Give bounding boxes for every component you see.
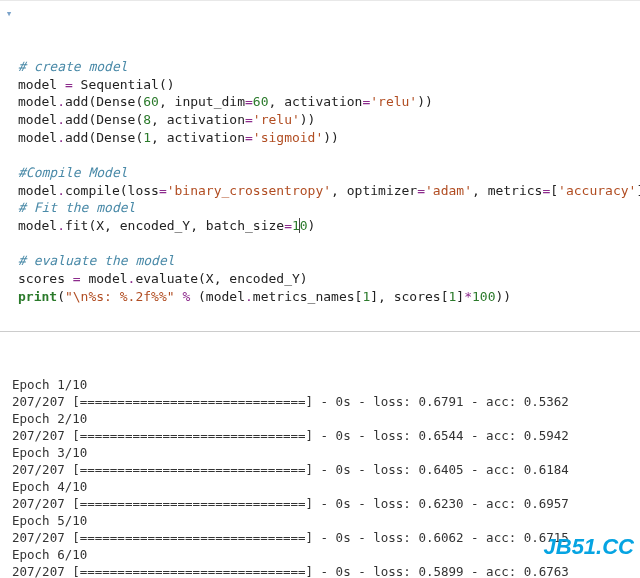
output-line: Epoch 1/10 (12, 376, 634, 393)
output-line: 207/207 [==============================]… (12, 393, 634, 410)
code-cell[interactable]: ▾ # create modelmodel = Sequential()mode… (0, 0, 640, 327)
code-line[interactable]: # Fit the model (18, 199, 634, 217)
watermark-logo: JB51.CC (544, 532, 634, 562)
training-log: Epoch 1/10207/207 [=====================… (12, 376, 634, 578)
output-line: 207/207 [==============================]… (12, 427, 634, 444)
code-line[interactable]: # create model (18, 58, 634, 76)
code-line[interactable]: model.add(Dense(60, input_dim=60, activa… (18, 93, 634, 111)
output-line: 207/207 [==============================]… (12, 495, 634, 512)
output-line: 207/207 [==============================]… (12, 529, 634, 546)
output-line: 207/207 [==============================]… (12, 563, 634, 578)
output-line: Epoch 3/10 (12, 444, 634, 461)
output-line: Epoch 2/10 (12, 410, 634, 427)
code-line[interactable] (18, 146, 634, 164)
code-line[interactable]: # evaluate the model (18, 252, 634, 270)
code-line[interactable] (18, 235, 634, 253)
code-line[interactable]: model.add(Dense(8, activation='relu')) (18, 111, 634, 129)
output-line: 207/207 [==============================]… (12, 461, 634, 478)
cell-run-indicator[interactable]: ▾ (4, 7, 14, 22)
code-line[interactable]: print("\n%s: %.2f%%" % (model.metrics_na… (18, 288, 634, 306)
output-line: Epoch 4/10 (12, 478, 634, 495)
code-line[interactable]: model = Sequential() (18, 76, 634, 94)
code-line[interactable]: model.compile(loss='binary_crossentropy'… (18, 182, 634, 200)
output-line: Epoch 6/10 (12, 546, 634, 563)
output-line: Epoch 5/10 (12, 512, 634, 529)
code-line[interactable]: #Compile Model (18, 164, 634, 182)
code-line[interactable]: model.fit(X, encoded_Y, batch_size=10) (18, 217, 634, 235)
code-line[interactable]: model.add(Dense(1, activation='sigmoid')… (18, 129, 634, 147)
code-line[interactable]: scores = model.evaluate(X, encoded_Y) (18, 270, 634, 288)
code-editor-content[interactable]: # create modelmodel = Sequential()model.… (18, 58, 634, 305)
